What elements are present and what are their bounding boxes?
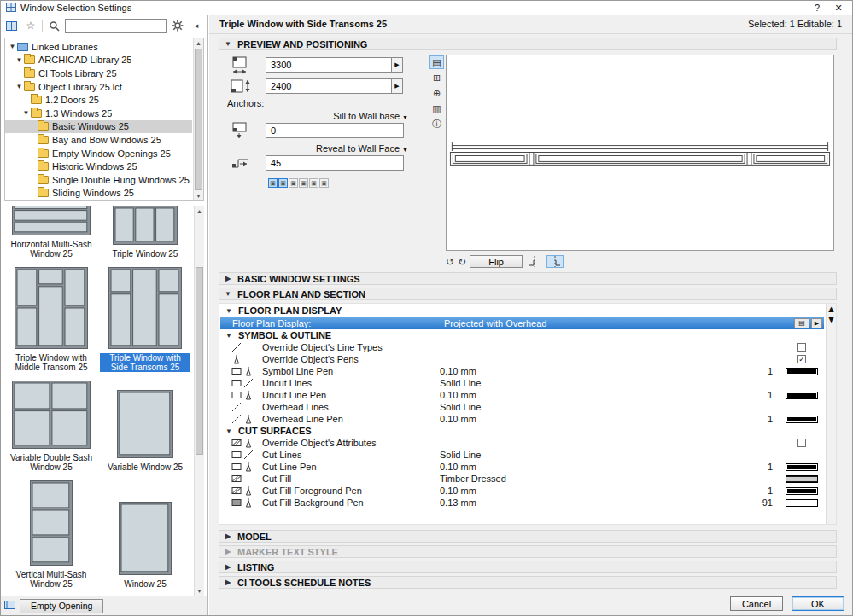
tree-scrollbar[interactable]: ▲ ▼: [193, 38, 203, 200]
anchor-point-icon[interactable]: ▣: [319, 178, 329, 188]
setting-row-overhead-line-pen[interactable]: Overhead Line Pen0.10 mm1: [220, 413, 824, 425]
search-input[interactable]: [65, 19, 167, 33]
sill-reference-label[interactable]: Sill to Wall base: [333, 111, 400, 121]
anchor-point-icon[interactable]: ▣: [278, 178, 288, 188]
display-options-arrow-icon[interactable]: ▶: [811, 318, 822, 328]
setting-row-cut-lines[interactable]: Cut LinesSolid Line: [220, 449, 824, 461]
section-ci-tools-schedule-notes[interactable]: ▶ CI TOOLS SCHEDULE NOTES: [219, 576, 837, 589]
group-symbol-outline[interactable]: ▼ SYMBOL & OUTLINE: [220, 329, 824, 341]
section-listing[interactable]: ▶ LISTING: [219, 561, 837, 573]
tree-item-bay-and-bow-windows-25[interactable]: Bay and Bow Windows 25: [5, 133, 192, 147]
group-floor-plan-display[interactable]: ▼ FLOOR PLAN DISPLAY: [220, 305, 824, 317]
collapse-panel-icon[interactable]: ◂: [189, 19, 204, 32]
sill-to-wall-base-input[interactable]: [266, 123, 404, 138]
thumbnail-scrollbar[interactable]: ▲ ▼: [194, 206, 204, 596]
scroll-up-icon[interactable]: ▲: [194, 38, 203, 48]
checkbox[interactable]: ✓: [797, 355, 806, 363]
thumbnail-triple-window-with-side-transoms-25[interactable]: Triple Window with Side Transoms 25: [100, 267, 190, 372]
tree-item-basic-windows-25[interactable]: Basic Windows 25: [5, 120, 192, 134]
mirror-horizontal-icon[interactable]: [526, 255, 543, 268]
setting-row-cut-fill-foreground-pen[interactable]: Cut Fill Foreground Pen0.10 mm1: [220, 485, 824, 497]
pen-color-swatch[interactable]: [786, 368, 818, 375]
section-basic-window-settings[interactable]: ▶ BASIC WINDOW SETTINGS: [219, 272, 837, 285]
tree-item-historic-windows-25[interactable]: Historic Windows 25: [5, 160, 192, 173]
setting-value[interactable]: 0.10 mm: [440, 390, 756, 400]
close-button[interactable]: ✕: [830, 3, 847, 14]
tree-item-empty-window-openings-25[interactable]: Empty Window Openings 25: [5, 147, 192, 160]
width-stepper[interactable]: ▶: [392, 57, 403, 73]
scroll-up-icon[interactable]: ▲: [827, 304, 836, 314]
height-stepper[interactable]: ▶: [392, 78, 403, 94]
setting-value[interactable]: 0.10 mm: [440, 366, 756, 376]
gear-icon[interactable]: [170, 19, 185, 32]
reveal-reference-label[interactable]: Reveal to Wall Face: [316, 143, 400, 154]
setting-row-cut-line-pen[interactable]: Cut Line Pen0.10 mm1: [220, 461, 824, 473]
thumbnail-vertical-multi-sash-window-25[interactable]: Vertical Multi-Sash Window 25: [6, 480, 96, 589]
reveal-to-wall-face-input[interactable]: [266, 155, 404, 171]
scroll-down-icon[interactable]: ▼: [195, 586, 204, 596]
setting-row-override-object-s-pens[interactable]: Override Object's Pens✓: [220, 353, 824, 365]
checkbox[interactable]: [797, 439, 806, 447]
thumbnail-variable-double-sash-window-25[interactable]: Variable Double Sash Window 25: [6, 381, 96, 472]
mirror-vertical-icon[interactable]: [546, 255, 564, 268]
scroll-up-icon[interactable]: ▲: [195, 206, 204, 216]
empty-opening-button[interactable]: Empty Opening: [20, 599, 103, 613]
pen-color-swatch[interactable]: [786, 392, 818, 399]
anchor-point-icon[interactable]: ▣: [299, 178, 308, 188]
section-floor-plan-and-section[interactable]: ▼ FLOOR PLAN AND SECTION: [219, 288, 837, 300]
anchor-point-icon[interactable]: ▣: [268, 178, 278, 188]
thumbnail-horizontal-multi-sash-window-25[interactable]: Horizontal Multi-Sash Window 25: [6, 206, 96, 259]
thumbnail-variable-window-25[interactable]: Variable Window 25: [107, 390, 184, 472]
rotate-left-icon[interactable]: ↺: [446, 256, 454, 268]
thumbnail-triple-window-with-middle-transom-25[interactable]: Triple Window with Middle Transom 25: [6, 267, 96, 372]
setting-row-symbol-line-pen[interactable]: Symbol Line Pen0.10 mm1: [220, 365, 824, 377]
flip-button[interactable]: Flip: [470, 255, 523, 268]
expand-arrow-icon[interactable]: ▼: [21, 109, 31, 117]
pen-color-swatch[interactable]: [786, 499, 818, 507]
elevation-view-icon[interactable]: ▤: [429, 55, 444, 69]
width-input[interactable]: [266, 57, 392, 73]
tree-item-linked-libraries[interactable]: ▼Linked Libraries: [5, 40, 192, 54]
pen-color-swatch[interactable]: [786, 487, 818, 495]
tree-item-archicad-library-25[interactable]: ▼ARCHICAD Library 25: [5, 54, 192, 67]
setting-row-cut-fill-background-pen[interactable]: Cut Fill Background Pen0.13 mm91: [220, 497, 824, 508]
pen-color-swatch[interactable]: [786, 416, 818, 423]
section-preview-and-positioning[interactable]: ▼ PREVIEW AND POSITIONING: [219, 38, 837, 50]
cancel-button[interactable]: Cancel: [730, 596, 783, 611]
tree-item-ci-tools-library-25[interactable]: CI Tools Library 25: [5, 67, 192, 80]
setting-row-overhead-lines[interactable]: Overhead LinesSolid Line: [220, 401, 824, 413]
setting-row-uncut-line-pen[interactable]: Uncut Line Pen0.10 mm1: [220, 389, 824, 401]
thumbnail-triple-window-25[interactable]: Triple Window 25: [112, 206, 179, 259]
setting-value[interactable]: 0.10 mm: [440, 414, 756, 424]
expand-arrow-icon[interactable]: ▼: [15, 83, 24, 90]
anchor-point-icon[interactable]: ▣: [289, 178, 298, 188]
fill-swatch[interactable]: [786, 475, 818, 483]
settings-scrollbar[interactable]: ▲ ▼: [826, 304, 836, 524]
favorites-star-icon[interactable]: ☆: [23, 19, 38, 32]
tree-item-1-3-windows-25[interactable]: ▼1.3 Windows 25: [5, 107, 192, 120]
window-tool-icon[interactable]: [4, 19, 20, 32]
expand-arrow-icon[interactable]: ▼: [8, 43, 17, 50]
setting-row-cut-fill[interactable]: Cut FillTimber Dressed: [220, 473, 824, 485]
chevron-down-icon[interactable]: ▼: [402, 114, 408, 120]
scroll-down-icon[interactable]: ▼: [827, 314, 836, 324]
help-button[interactable]: ?: [809, 3, 826, 13]
section-model[interactable]: ▶ MODEL: [219, 530, 837, 543]
preview-canvas[interactable]: [446, 55, 834, 251]
setting-value[interactable]: Solid Line: [440, 378, 756, 388]
group-cut-surfaces[interactable]: ▼ CUT SURFACES: [220, 425, 824, 437]
setting-value[interactable]: 0.13 mm: [440, 497, 756, 508]
setting-value[interactable]: Solid Line: [440, 450, 756, 460]
setting-row-override-object-s-line-types[interactable]: Override Object's Line Types: [220, 341, 824, 353]
setting-value[interactable]: Solid Line: [440, 402, 756, 412]
anchor-point-icon[interactable]: ▣: [309, 178, 318, 188]
setting-value[interactable]: Timber Dressed: [440, 474, 756, 484]
setting-value[interactable]: 0.10 mm: [440, 485, 756, 496]
list-view-icon[interactable]: ▥: [429, 102, 444, 115]
rotate-right-icon[interactable]: ↻: [458, 256, 466, 268]
checkbox[interactable]: [797, 343, 806, 352]
expand-arrow-icon[interactable]: ▼: [15, 56, 24, 64]
thumbnail-window-25[interactable]: Window 25: [119, 502, 172, 589]
ok-button[interactable]: OK: [792, 596, 844, 611]
info-icon[interactable]: ⓘ: [429, 117, 444, 131]
